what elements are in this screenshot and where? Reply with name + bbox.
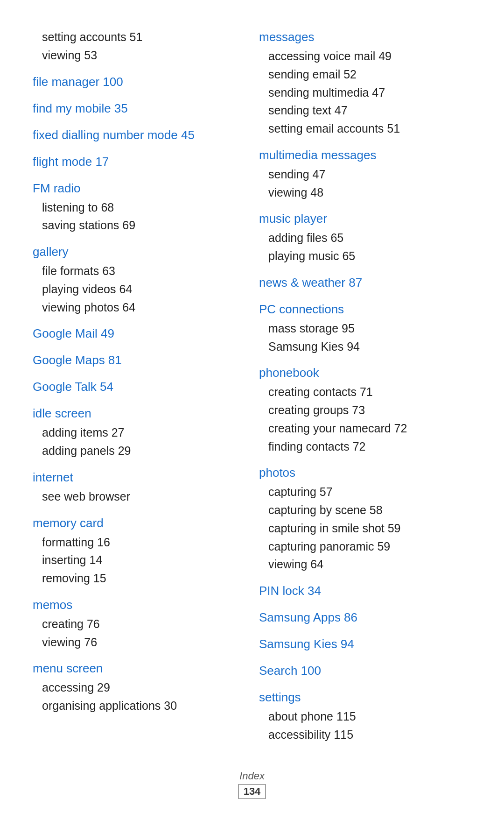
index-header: news & weather 87: [259, 274, 471, 292]
index-header: Search 100: [259, 662, 471, 680]
index-sub-entry: creating contacts 71: [259, 383, 471, 401]
index-section: file manager 100: [33, 73, 245, 91]
index-header: phonebook: [259, 364, 471, 382]
right-column: messagesaccessing voice mail 49sending e…: [259, 28, 471, 752]
index-sub-entry: viewing photos 64: [33, 298, 245, 317]
index-header: photos: [259, 464, 471, 482]
index-section: multimedia messagessending 47viewing 48: [259, 146, 471, 202]
index-sub-entry: see web browser: [33, 488, 245, 506]
index-content: setting accounts 51viewing 53file manage…: [33, 28, 471, 752]
index-header: fixed dialling number mode 45: [33, 126, 245, 144]
index-section: photoscapturing 57capturing by scene 58c…: [259, 464, 471, 573]
index-sub-entry: about phone 115: [259, 707, 471, 726]
index-sub-entry: formatting 16: [33, 533, 245, 551]
index-section: find my mobile 35: [33, 99, 245, 118]
index-sub-entry: creating your namecard 72: [259, 419, 471, 438]
index-sub-entry: saving stations 69: [33, 216, 245, 234]
index-header: find my mobile 35: [33, 99, 245, 118]
index-sub-entry: accessing 29: [33, 679, 245, 697]
index-sub-entry: file formats 63: [33, 262, 245, 280]
index-sub-entry: creating 76: [33, 615, 245, 633]
index-header: idle screen: [33, 404, 245, 423]
index-section: Samsung Kies 94: [259, 635, 471, 653]
index-header: PC connections: [259, 300, 471, 318]
index-section: FM radiolistening to 68saving stations 6…: [33, 179, 245, 235]
index-sub-entry: creating groups 73: [259, 401, 471, 419]
index-sub-entry: sending email 52: [259, 65, 471, 84]
index-sub-entry: setting accounts 51: [33, 28, 245, 46]
index-sub-entry: adding files 65: [259, 229, 471, 247]
index-sub-entry: viewing 53: [33, 46, 245, 64]
index-sub-entry: capturing panoramic 59: [259, 537, 471, 556]
index-sub-entry: setting email accounts 51: [259, 120, 471, 138]
index-section: memoscreating 76viewing 76: [33, 596, 245, 651]
index-section: news & weather 87: [259, 274, 471, 292]
index-header: Google Maps 81: [33, 351, 245, 369]
index-header: flight mode 17: [33, 153, 245, 171]
index-section: PC connectionsmass storage 95Samsung Kie…: [259, 300, 471, 356]
index-section: menu screenaccessing 29organising applic…: [33, 659, 245, 715]
index-sub-entry: accessibility 115: [259, 726, 471, 744]
index-section: Search 100: [259, 662, 471, 680]
left-column: setting accounts 51viewing 53file manage…: [33, 28, 259, 752]
index-sub-entry: adding items 27: [33, 424, 245, 442]
index-header: music player: [259, 210, 471, 228]
index-header: Google Talk 54: [33, 378, 245, 396]
index-sub-entry: capturing in smile shot 59: [259, 519, 471, 537]
index-section: phonebookcreating contacts 71creating gr…: [259, 364, 471, 455]
index-header: memory card: [33, 514, 245, 532]
index-section: internetsee web browser: [33, 468, 245, 506]
index-header: messages: [259, 28, 471, 46]
index-sub-entry: adding panels 29: [33, 442, 245, 460]
index-sub-entry: viewing 76: [33, 633, 245, 651]
index-sub-entry: capturing by scene 58: [259, 501, 471, 519]
index-header: Samsung Kies 94: [259, 635, 471, 653]
footer-page: 134: [238, 784, 266, 799]
index-sub-entry: playing videos 64: [33, 280, 245, 298]
index-sub-entry: listening to 68: [33, 198, 245, 217]
index-section: Google Maps 81: [33, 351, 245, 369]
index-section: music playeradding files 65playing music…: [259, 210, 471, 265]
index-header: FM radio: [33, 179, 245, 198]
index-header: Google Mail 49: [33, 325, 245, 343]
index-section: fixed dialling number mode 45: [33, 126, 245, 144]
index-section: Google Talk 54: [33, 378, 245, 396]
index-sub-entry: sending 47: [259, 165, 471, 184]
index-sub-entry: removing 15: [33, 569, 245, 587]
index-sub-entry: playing music 65: [259, 247, 471, 265]
index-sub-entry: sending text 47: [259, 101, 471, 120]
index-section: Google Mail 49: [33, 325, 245, 343]
index-section: galleryfile formats 63playing videos 64v…: [33, 243, 245, 316]
index-section: messagesaccessing voice mail 49sending e…: [259, 28, 471, 138]
index-section: idle screenadding items 27adding panels …: [33, 404, 245, 460]
index-section: PIN lock 34: [259, 582, 471, 600]
index-section: flight mode 17: [33, 153, 245, 171]
index-sub-entry: organising applications 30: [33, 697, 245, 715]
index-sub-entry: Samsung Kies 94: [259, 338, 471, 356]
index-section: memory cardformatting 16inserting 14remo…: [33, 514, 245, 587]
index-header: PIN lock 34: [259, 582, 471, 600]
index-header: Samsung Apps 86: [259, 608, 471, 627]
index-header: file manager 100: [33, 73, 245, 91]
index-header: multimedia messages: [259, 146, 471, 164]
index-section: setting accounts 51viewing 53: [33, 28, 245, 64]
index-header: menu screen: [33, 659, 245, 678]
index-header: gallery: [33, 243, 245, 261]
index-sub-entry: viewing 48: [259, 184, 471, 202]
index-sub-entry: accessing voice mail 49: [259, 47, 471, 65]
index-sub-entry: viewing 64: [259, 555, 471, 573]
footer: Index 134: [0, 770, 504, 799]
index-sub-entry: capturing 57: [259, 483, 471, 501]
index-sub-entry: inserting 14: [33, 551, 245, 569]
index-section: settingsabout phone 115accessibility 115: [259, 688, 471, 744]
index-sub-entry: sending multimedia 47: [259, 84, 471, 102]
index-header: memos: [33, 596, 245, 614]
footer-label: Index: [0, 770, 504, 782]
index-section: Samsung Apps 86: [259, 608, 471, 627]
index-sub-entry: finding contacts 72: [259, 438, 471, 456]
index-header: settings: [259, 688, 471, 707]
index-header: internet: [33, 468, 245, 487]
index-sub-entry: mass storage 95: [259, 319, 471, 338]
